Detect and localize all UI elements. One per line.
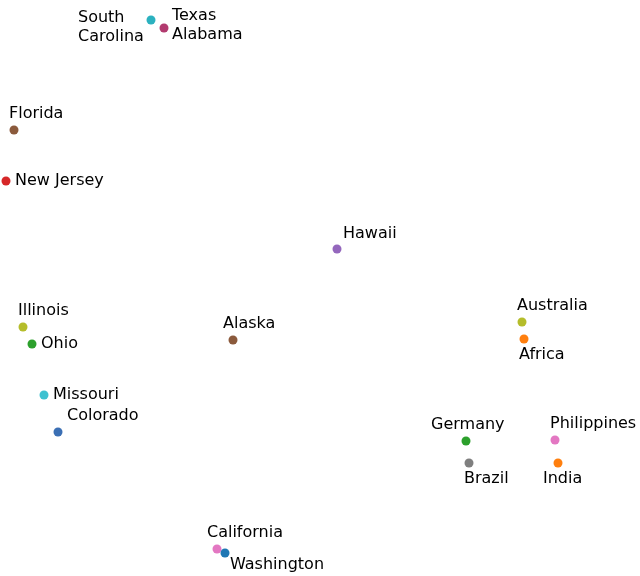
label-india: India (543, 469, 582, 487)
point-ohio (28, 340, 37, 349)
label-washington: Washington (230, 555, 324, 573)
label-florida: Florida (9, 104, 63, 122)
point-florida (10, 126, 19, 135)
label-brazil: Brazil (464, 469, 509, 487)
point-germany (462, 437, 471, 446)
point-philippines (551, 436, 560, 445)
label-alabama: Alabama (172, 25, 243, 43)
label-carolina-line2: Carolina (78, 27, 144, 45)
label-philippines: Philippines (550, 414, 636, 432)
point-new-jersey (2, 177, 11, 186)
point-texas (160, 24, 169, 33)
point-washington (221, 549, 230, 558)
scatter-plot: SouthCarolinaTexasAlabamaFloridaNew Jers… (0, 0, 640, 576)
label-texas: Texas (172, 6, 216, 24)
label-colorado: Colorado (67, 406, 139, 424)
label-california: California (207, 523, 283, 541)
label-new-jersey: New Jersey (15, 171, 104, 189)
label-illinois: Illinois (18, 301, 69, 319)
label-missouri: Missouri (53, 385, 119, 403)
label-germany: Germany (431, 415, 505, 433)
point-alaska (229, 336, 238, 345)
point-australia (518, 318, 527, 327)
label-alaska: Alaska (223, 314, 275, 332)
point-hawaii (333, 245, 342, 254)
point-india (554, 459, 563, 468)
point-illinois (19, 323, 28, 332)
point-missouri (40, 391, 49, 400)
point-colorado (54, 428, 63, 437)
point-brazil (465, 459, 474, 468)
label-africa: Africa (519, 345, 565, 363)
point-africa (520, 335, 529, 344)
label-ohio: Ohio (41, 334, 78, 352)
point-south-carolina (147, 16, 156, 25)
label-south-carolina: South (78, 8, 125, 26)
label-australia: Australia (517, 296, 588, 314)
label-hawaii: Hawaii (343, 224, 397, 242)
